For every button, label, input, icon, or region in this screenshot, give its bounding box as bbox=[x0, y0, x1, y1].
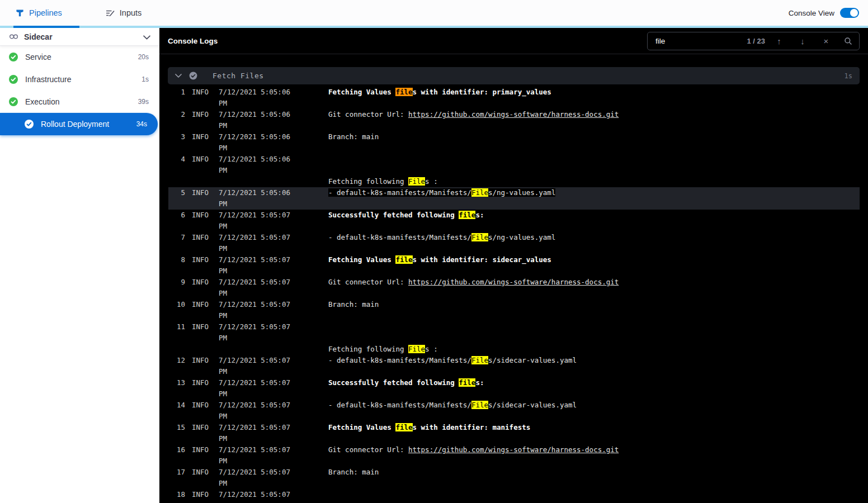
line-number: 13 bbox=[168, 377, 185, 388]
clear-search-icon[interactable]: × bbox=[814, 32, 838, 50]
log-message: Fetching following Files : bbox=[328, 344, 860, 355]
line-number: 10 bbox=[168, 299, 185, 310]
log-level: INFO bbox=[192, 232, 213, 243]
search-match: File bbox=[408, 177, 425, 186]
stage-header-sidecar[interactable]: Sidecar bbox=[0, 28, 159, 46]
sidebar-item-service[interactable]: Service20s bbox=[0, 46, 159, 68]
check-circle-icon bbox=[9, 97, 18, 106]
section-title: Fetch Files bbox=[213, 72, 845, 80]
previous-match-icon[interactable]: ↑ bbox=[767, 32, 791, 50]
log-timestamp: 7/12/2021 5:05:07 PM bbox=[219, 321, 303, 344]
tab-inputs[interactable]: Inputs bbox=[106, 8, 142, 17]
log-link[interactable]: https://github.com/wings-software/harnes… bbox=[408, 445, 619, 454]
search-icon[interactable] bbox=[838, 37, 852, 45]
chevron-down-icon[interactable] bbox=[175, 74, 182, 78]
search-input[interactable] bbox=[654, 36, 747, 46]
inputs-icon bbox=[106, 8, 115, 17]
sidebar-item-execution[interactable]: Execution39s bbox=[0, 91, 159, 113]
log-timestamp: 7/12/2021 5:05:07 PM bbox=[219, 299, 303, 321]
log-timestamp: 7/12/2021 5:05:07 PM bbox=[219, 254, 303, 277]
line-number: 12 bbox=[168, 355, 185, 366]
tab-pipelines[interactable]: Pipelines bbox=[16, 8, 62, 17]
line-number: 3 bbox=[168, 131, 185, 143]
log-timestamp: 7/12/2021 5:05:07 PM bbox=[219, 210, 303, 232]
check-circle-icon bbox=[25, 120, 34, 129]
log-timestamp: 7/12/2021 5:05:06 PM bbox=[219, 131, 303, 154]
log-line: 6INFO7/12/2021 5:05:07 PMSuccessfully fe… bbox=[168, 210, 860, 232]
stage-step-label: Execution bbox=[25, 97, 138, 106]
log-line: 14INFO7/12/2021 5:05:07 PM- default-k8s-… bbox=[168, 400, 860, 422]
log-line: 11INFO7/12/2021 5:05:07 PM bbox=[168, 321, 860, 344]
log-timestamp: 7/12/2021 5:05:06 PM bbox=[219, 187, 303, 210]
stage-step-duration: 1s bbox=[141, 75, 149, 83]
line-number: 1 bbox=[168, 87, 185, 98]
log-link[interactable]: https://github.com/wings-software/harnes… bbox=[408, 278, 619, 286]
log-line: 8INFO7/12/2021 5:05:07 PMFetching Values… bbox=[168, 254, 860, 277]
log-timestamp: 7/12/2021 5:05:06 PM bbox=[219, 154, 303, 176]
line-number: 2 bbox=[168, 109, 185, 120]
sidebar-item-rollout-deployment[interactable]: Rollout Deployment34s bbox=[0, 113, 158, 135]
log-level: INFO bbox=[192, 377, 213, 388]
log-message: - default-k8s-manifests/Manifests/Files/… bbox=[328, 187, 860, 198]
line-number: 7 bbox=[168, 232, 185, 243]
log-timestamp: 7/12/2021 5:05:07 PM bbox=[219, 232, 303, 254]
log-level: INFO bbox=[192, 154, 213, 165]
log-timestamp: 7/12/2021 5:05:07 PM bbox=[219, 467, 303, 489]
line-number: 17 bbox=[168, 467, 185, 478]
log-line: 16INFO7/12/2021 5:05:07 PMGit connector … bbox=[168, 444, 860, 467]
log-message: Branch: main bbox=[328, 299, 860, 310]
log-timestamp: 7/12/2021 5:05:07 PM bbox=[219, 489, 303, 503]
log-message: Branch: main bbox=[328, 467, 860, 478]
log-section-fetch-files[interactable]: Fetch Files 1s bbox=[168, 67, 860, 84]
line-number: 5 bbox=[168, 187, 185, 198]
log-message: Git connector Url: https://github.com/wi… bbox=[328, 109, 860, 120]
top-tabs: Pipelines Inputs bbox=[0, 8, 141, 17]
log-message: Fetching following Files : bbox=[328, 176, 860, 187]
sidebar-items: Service20sInfrastructure1sExecution39sRo… bbox=[0, 46, 159, 135]
log-level: INFO bbox=[192, 210, 213, 221]
log-level: INFO bbox=[192, 131, 213, 143]
log-lines: 1INFO7/12/2021 5:05:06 PMFetching Values… bbox=[159, 84, 868, 503]
search-match: File bbox=[471, 233, 488, 241]
next-match-icon[interactable]: ↓ bbox=[791, 32, 814, 50]
line-number: 9 bbox=[168, 277, 185, 288]
link-icon bbox=[9, 32, 18, 41]
console-view-toggle[interactable] bbox=[840, 8, 859, 18]
log-timestamp: 7/12/2021 5:05:07 PM bbox=[219, 422, 303, 444]
line-number: 16 bbox=[168, 444, 185, 455]
log-message: Git connector Url: https://github.com/wi… bbox=[328, 277, 860, 288]
log-message: Branch: main bbox=[328, 131, 860, 143]
search-match-counter: 1 / 23 bbox=[747, 37, 765, 45]
log-level: INFO bbox=[192, 422, 213, 433]
log-message: Fetching Values files with identifier: m… bbox=[328, 422, 860, 433]
section-duration: 1s bbox=[845, 72, 852, 80]
log-link[interactable]: https://github.com/wings-software/harnes… bbox=[408, 110, 619, 118]
tab-label: Inputs bbox=[120, 8, 142, 17]
chevron-down-icon[interactable] bbox=[143, 32, 150, 41]
search-match: File bbox=[408, 345, 425, 353]
log-line: Fetching following Files : bbox=[168, 176, 860, 187]
log-level: INFO bbox=[192, 489, 213, 500]
log-message: Fetching Values files with identifier: s… bbox=[328, 254, 860, 265]
log-timestamp: 7/12/2021 5:05:06 PM bbox=[219, 109, 303, 131]
log-line: 18INFO7/12/2021 5:05:07 PM bbox=[168, 489, 860, 503]
log-timestamp: 7/12/2021 5:05:07 PM bbox=[219, 355, 303, 377]
sidebar-item-infrastructure[interactable]: Infrastructure1s bbox=[0, 68, 159, 91]
stage-step-duration: 39s bbox=[138, 98, 149, 106]
sidebar: Sidecar Service20sInfrastructure1sExecut… bbox=[0, 28, 159, 503]
pipelines-icon bbox=[16, 9, 24, 17]
log-search-box: 1 / 23 ↑ ↓ × bbox=[647, 32, 860, 50]
search-match: file bbox=[459, 211, 475, 219]
log-line: Fetching following Files : bbox=[168, 344, 860, 355]
line-number: 8 bbox=[168, 254, 185, 265]
console-title: Console Logs bbox=[168, 37, 218, 45]
stage-name: Sidecar bbox=[24, 32, 143, 41]
log-line: 17INFO7/12/2021 5:05:07 PMBranch: main bbox=[168, 467, 860, 489]
top-bar: Pipelines Inputs Console View bbox=[0, 0, 868, 26]
log-line: 3INFO7/12/2021 5:05:06 PMBranch: main bbox=[168, 131, 860, 154]
log-level: INFO bbox=[192, 355, 213, 366]
log-line: 15INFO7/12/2021 5:05:07 PMFetching Value… bbox=[168, 422, 860, 444]
search-match: File bbox=[471, 401, 488, 409]
log-level: INFO bbox=[192, 254, 213, 265]
check-circle-icon bbox=[9, 53, 18, 61]
